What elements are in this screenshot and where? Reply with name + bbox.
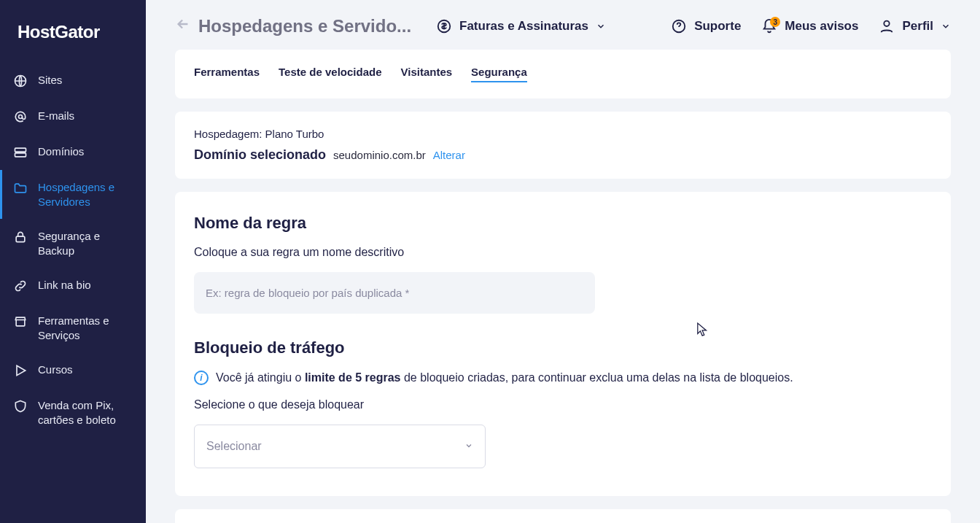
notices-label: Meus avisos	[785, 19, 858, 34]
chevron-down-icon	[596, 21, 606, 31]
arrow-left-icon	[175, 16, 191, 36]
logo: HostGator	[0, 13, 146, 63]
svg-rect-3	[15, 153, 26, 157]
server-icon	[13, 145, 28, 160]
notice-badge: 3	[770, 17, 780, 27]
billing-menu[interactable]: Faturas e Assinaturas	[436, 18, 606, 34]
user-icon	[879, 18, 895, 34]
svg-rect-4	[16, 236, 25, 242]
sidebar-item-label: Cursos	[38, 363, 73, 377]
content: Ferramentas Teste de velocidade Visitant…	[146, 50, 980, 523]
profile-menu[interactable]: Perfil	[879, 18, 951, 34]
change-domain-link[interactable]: Alterar	[433, 149, 465, 161]
sidebar-item-linkbio[interactable]: Link na bio	[0, 268, 146, 303]
sidebar-item-label: E-mails	[38, 109, 74, 123]
selected-domain-label: Domínio selecionado	[194, 147, 326, 163]
sidebar-item-domains[interactable]: Domínios	[0, 134, 146, 170]
chevron-down-icon	[464, 440, 473, 453]
select-placeholder: Selecionar	[206, 440, 262, 453]
svg-rect-2	[15, 148, 26, 152]
dollar-icon	[436, 18, 452, 34]
tab-tools[interactable]: Ferramentas	[194, 66, 260, 82]
lock-icon	[13, 230, 28, 244]
info-bold: limite de 5 regras	[305, 371, 401, 384]
chevron-down-icon	[941, 21, 951, 31]
sidebar-item-label: Link na bio	[38, 278, 91, 293]
tabs: Ferramentas Teste de velocidade Visitant…	[194, 66, 932, 82]
sidebar-item-label: Domínios	[38, 144, 84, 159]
sidebar-item-courses[interactable]: Cursos	[0, 352, 146, 388]
globe-icon	[13, 74, 28, 88]
sidebar-item-label: Sites	[38, 73, 62, 88]
hosting-plan: Hospedagem: Plano Turbo	[194, 128, 932, 140]
link-icon	[13, 279, 28, 293]
sidebar-item-sites[interactable]: Sites	[0, 63, 146, 98]
play-icon	[13, 363, 28, 378]
sidebar-item-label: Venda com Pix, cartões e boleto	[38, 398, 133, 427]
billing-label: Faturas e Assinaturas	[459, 19, 588, 34]
support-link[interactable]: Suporte	[671, 18, 741, 34]
tab-visitors[interactable]: Visitantes	[401, 66, 453, 82]
main: Hospedagens e Servido... Faturas e Assin…	[146, 0, 980, 523]
rule-name-desc: Coloque a sua regra um nome descritivo	[194, 246, 932, 259]
at-icon	[13, 109, 28, 124]
limit-info: i Você já atingiu o limite de 5 regras d…	[194, 371, 932, 385]
domain-value: seudominio.com.br	[333, 149, 426, 161]
sidebar-item-security[interactable]: Segurança e Backup	[0, 219, 146, 268]
sidebar-item-label: Hospedagens e Servidores	[38, 180, 133, 209]
page-title: Hospedagens e Servido...	[198, 16, 411, 36]
info-prefix: Você já atingiu o	[216, 371, 305, 384]
domain-card: Hospedagem: Plano Turbo Domínio selecion…	[175, 112, 951, 179]
folder-icon	[13, 181, 28, 195]
sidebar-item-emails[interactable]: E-mails	[0, 98, 146, 134]
profile-label: Perfil	[902, 19, 933, 34]
bell-icon: 3	[761, 18, 777, 34]
support-label: Suporte	[694, 19, 741, 34]
notices-link[interactable]: 3 Meus avisos	[761, 18, 858, 34]
sidebar-item-label: Segurança e Backup	[38, 229, 133, 257]
sidebar-item-hosting[interactable]: Hospedagens e Servidores	[0, 170, 146, 219]
breadcrumb[interactable]: Hospedagens e Servido...	[175, 16, 416, 36]
sidebar-item-label: Ferramentas e Serviços	[38, 314, 133, 342]
sidebar-item-tools[interactable]: Ferramentas e Serviços	[0, 303, 146, 352]
sidebar-item-payments[interactable]: Venda com Pix, cartões e boleto	[0, 388, 146, 437]
tab-security[interactable]: Segurança	[471, 66, 527, 82]
next-card	[175, 509, 951, 523]
info-icon: i	[194, 371, 209, 385]
rule-name-title: Nome da regra	[194, 214, 932, 233]
block-type-select[interactable]: Selecionar	[194, 425, 486, 468]
sidebar: HostGator Sites E-mails Domínios Hospeda…	[0, 0, 146, 523]
info-suffix: de bloqueio criadas, para continuar excl…	[401, 371, 793, 384]
topbar: Hospedagens e Servido... Faturas e Assin…	[146, 0, 980, 50]
rule-form-card: Nome da regra Coloque a sua regra um nom…	[175, 192, 951, 496]
select-label: Selecione o que deseja bloquear	[194, 398, 932, 411]
tab-speed[interactable]: Teste de velocidade	[279, 66, 381, 82]
store-icon	[13, 314, 28, 329]
rule-name-input[interactable]	[194, 272, 595, 314]
tabs-card: Ferramentas Teste de velocidade Visitant…	[175, 50, 951, 98]
svg-point-8	[884, 21, 890, 26]
help-icon	[671, 18, 687, 34]
svg-marker-5	[17, 365, 26, 375]
shield-icon	[13, 399, 28, 414]
block-title: Bloqueio de tráfego	[194, 338, 932, 357]
